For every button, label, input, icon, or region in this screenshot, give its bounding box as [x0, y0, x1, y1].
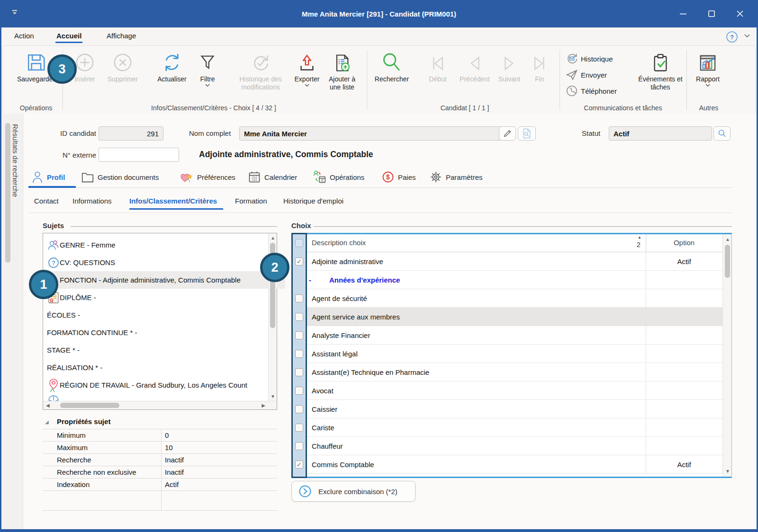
choix-row[interactable]: Chauffeur — [307, 437, 722, 455]
scroll-right-icon[interactable]: ▶ — [262, 403, 265, 408]
tab-gestion-documents[interactable]: Gestion documents — [81, 169, 159, 185]
select-all-checkbox[interactable] — [295, 239, 303, 247]
tab-profil[interactable]: Profil — [31, 169, 65, 185]
add-to-list-button[interactable]: Ajouter à une liste — [323, 49, 361, 91]
menu-affichage[interactable]: Affichage — [107, 32, 136, 40]
id-candidat-field[interactable]: 291 — [99, 126, 163, 141]
scroll-up-icon[interactable]: ▲ — [725, 237, 730, 242]
close-icon[interactable] — [726, 0, 754, 27]
collapse-triangle-icon[interactable]: ◢ — [45, 419, 49, 425]
col-option-header[interactable]: Option — [646, 239, 722, 247]
delete-button: Supprimer — [103, 49, 143, 83]
subtab-historique-emploi[interactable]: Historique d'emploi — [283, 197, 343, 205]
search-button[interactable]: Rechercher — [371, 49, 413, 83]
list-item[interactable]: RÉGION DE TRAVAIL - Grand Sudbury, Los A… — [44, 376, 269, 394]
choix-row-group[interactable]: - Années d'expérience — [307, 271, 722, 289]
scroll-down-icon[interactable]: ▼ — [725, 469, 730, 474]
sujets-horizontal-scrollbar[interactable]: ◀ ▶ — [43, 401, 277, 409]
statut-search-button[interactable] — [713, 126, 731, 141]
tab-preferences[interactable]: Préférences — [180, 169, 235, 185]
report-button[interactable]: Rapport — [690, 49, 725, 87]
scroll-down-icon[interactable]: ▼ — [271, 394, 275, 399]
row-checkbox[interactable] — [295, 405, 303, 413]
list-item-selected[interactable]: FONCTION - Adjointe administrative, Comm… — [44, 271, 285, 289]
choix-row[interactable]: Assistant légal — [307, 345, 722, 363]
externe-field[interactable] — [99, 148, 179, 162]
search-results-panel-tab[interactable]: Résultats de recherche — [1, 114, 23, 529]
menu-accueil[interactable]: Accueil — [56, 32, 81, 40]
menu-action[interactable]: Action — [14, 32, 34, 40]
nom-complet-field[interactable]: Mme Anita Mercier — [239, 126, 504, 141]
scrollbar-thumb[interactable] — [725, 245, 730, 278]
tab-calendrier[interactable]: Calendrier — [248, 169, 297, 185]
row-checkbox[interactable] — [295, 313, 303, 321]
list-item[interactable]: STAGE * - — [44, 341, 272, 359]
choix-header-row[interactable]: Description choix ▲ 2 Option — [307, 234, 722, 252]
refresh-button[interactable]: Actualiser — [151, 49, 193, 83]
row-checkbox-checked[interactable]: ✓ — [295, 461, 303, 469]
subtab-formation[interactable]: Formation — [235, 197, 267, 205]
subtab-informations[interactable]: Informations — [72, 197, 112, 205]
choix-row[interactable]: Avocat — [307, 381, 722, 400]
telephoner-button[interactable]: Téléphoner — [566, 85, 617, 97]
ribbon-divider — [367, 50, 367, 110]
scrollbar-thumb[interactable] — [60, 403, 119, 408]
statut-field[interactable]: Actif — [609, 126, 712, 141]
row-checkbox[interactable] — [295, 331, 303, 339]
choix-row[interactable]: Assistant(e) Technique en Pharmacie — [307, 363, 722, 381]
list-item[interactable]: RÉALISATION * - — [44, 359, 272, 376]
minimize-icon[interactable] — [669, 0, 697, 27]
export-button[interactable]: Exporter — [289, 49, 325, 87]
row-checkbox[interactable] — [295, 424, 303, 432]
historique-button[interactable]: Historique — [566, 53, 613, 65]
list-item[interactable]: ? CV: QUESTIONS — [44, 254, 269, 271]
prop-value[interactable]: Inactif — [165, 456, 184, 464]
tab-paies[interactable]: $ Paies — [381, 169, 416, 185]
cv-preview-button[interactable] — [518, 126, 536, 141]
tab-parametres[interactable]: Paramètres — [429, 169, 483, 185]
col-description-header[interactable]: Description choix — [312, 239, 366, 247]
row-checkbox-checked[interactable]: ✓ — [295, 257, 303, 266]
row-checkbox[interactable] — [295, 387, 303, 395]
list-item[interactable]: FORMATION CONTINUE * - — [44, 324, 272, 341]
exclure-combinaison-button[interactable]: Exclure combinaison (*2) — [291, 481, 415, 502]
row-checkbox[interactable] — [295, 442, 303, 450]
row-checkbox[interactable] — [295, 350, 303, 358]
ribbon-collapse-chevron-icon[interactable] — [744, 34, 750, 37]
sort-asc-icon[interactable]: ▲ — [638, 235, 641, 239]
scroll-up-icon[interactable]: ▲ — [271, 236, 275, 240]
list-item[interactable]: ÉCOLES - — [44, 306, 272, 324]
help-icon[interactable]: ? — [726, 31, 738, 43]
choix-table[interactable]: Description choix ▲ 2 Option Adjointe ad… — [291, 233, 732, 478]
prop-value[interactable]: 10 — [165, 443, 173, 452]
choix-row-highlighted[interactable]: Agent service aux membres — [307, 308, 722, 326]
list-item[interactable]: GENRE - Femme — [44, 236, 269, 254]
envoyer-button[interactable]: Envoyer — [566, 69, 607, 81]
maximize-icon[interactable] — [697, 0, 726, 27]
history-small-icon — [566, 53, 578, 65]
subtab-contact[interactable]: Contact — [34, 197, 59, 205]
list-item[interactable]: DIPLÔME - — [44, 289, 269, 306]
choix-row[interactable]: Analyste Financier — [307, 326, 722, 345]
title-bar: Mme Anita Mercier [291] - Candidat (PRIM… — [0, 0, 758, 27]
choix-vertical-scrollbar[interactable]: ▲ ▼ — [722, 234, 732, 477]
subtab-infos-classement[interactable]: Infos/Classement/Critères — [129, 197, 217, 205]
choix-row[interactable]: Cariste — [307, 418, 722, 437]
prop-value[interactable]: 0 — [165, 431, 169, 439]
choix-row[interactable]: Agent de sécurité — [307, 289, 722, 308]
edit-name-button[interactable] — [499, 126, 516, 141]
prop-value[interactable]: Actif — [165, 480, 179, 488]
row-checkbox[interactable] — [295, 368, 303, 376]
panel-grab-bar[interactable] — [5, 123, 10, 263]
tab-operations[interactable]: Opérations — [312, 169, 364, 185]
externe-label: N° externe — [52, 151, 96, 159]
prop-value[interactable]: Inactif — [165, 468, 184, 476]
statut-label: Statut — [582, 129, 600, 137]
choix-row[interactable]: Caissier — [307, 400, 722, 418]
row-checkbox[interactable] — [295, 294, 303, 302]
events-tasks-button[interactable]: Événements et tâches — [638, 49, 683, 91]
filter-button[interactable]: Filtre — [193, 49, 222, 87]
sujets-listbox[interactable]: GENRE - Femme ? CV: QUESTIONS FONCTION -… — [43, 233, 277, 410]
question-icon: ? — [47, 257, 60, 268]
scroll-left-icon[interactable]: ◀ — [46, 403, 50, 408]
